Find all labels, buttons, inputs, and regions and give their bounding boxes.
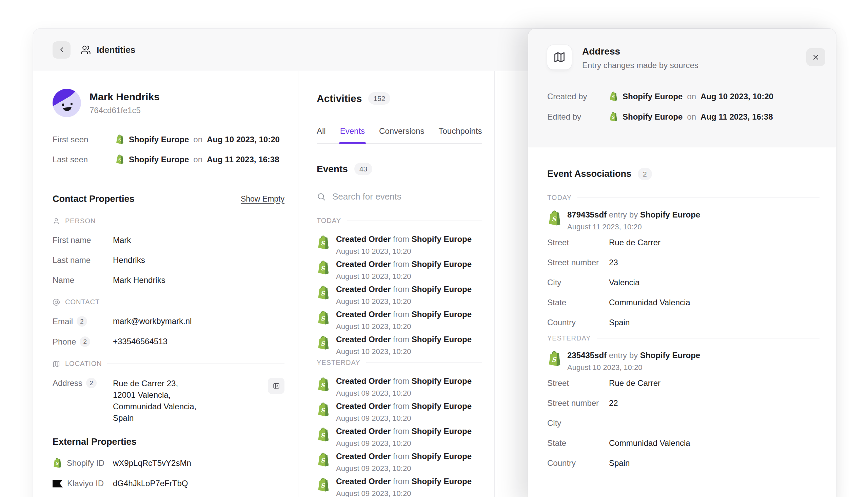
seen-rows: First seen Shopify Europe on Aug 10 2023… xyxy=(53,134,285,165)
first-seen-date: Aug 10 2023, 10:20 xyxy=(207,134,280,145)
close-icon xyxy=(812,53,820,61)
event-row[interactable]: Created Order from Shopify Europe August… xyxy=(317,376,482,398)
assoc-field-street: Street Rue de Carrer xyxy=(547,378,819,388)
shopify-icon xyxy=(317,377,330,392)
last-seen-connector: on xyxy=(193,155,203,165)
show-empty-button[interactable]: Show Empty xyxy=(241,195,285,203)
meta-connector: on xyxy=(687,91,696,102)
assoc-entry-date: August 11 2023, 10:20 xyxy=(567,223,700,231)
first-seen-source: Shopify Europe xyxy=(129,134,189,145)
event-row[interactable]: Created Order from Shopify Europe August… xyxy=(317,309,482,331)
shopify-icon xyxy=(317,260,330,275)
count-badge: 2 xyxy=(80,337,90,347)
field-label: Name xyxy=(53,275,74,285)
event-row[interactable]: Created Order from Shopify Europe August… xyxy=(317,401,482,423)
activities-column: Activities 152 All Events Conversions To… xyxy=(298,71,495,497)
back-button[interactable] xyxy=(53,41,70,59)
event-row[interactable]: Created Order from Shopify Europe August… xyxy=(317,451,482,473)
profile-head: Mark Hendriks 764cd61fe1c5 xyxy=(53,89,285,117)
contact-properties-title: Contact Properties xyxy=(53,194,135,204)
meta-date: Aug 10 2023, 10:20 xyxy=(701,91,773,102)
map-tile xyxy=(547,45,571,69)
date-divider-yesterday: YESTERDAY xyxy=(317,359,482,367)
assoc-entry-connector: entry by xyxy=(609,210,638,219)
first-seen-connector: on xyxy=(193,134,203,145)
event-row[interactable]: Created Order from Shopify Europe August… xyxy=(317,259,482,281)
close-panel-button[interactable] xyxy=(806,48,825,66)
shopify-icon xyxy=(115,154,124,165)
assoc-divider-yesterday: YESTERDAY xyxy=(547,335,819,342)
event-date: August 10 2023, 10:20 xyxy=(336,347,472,356)
activities-title: Activities xyxy=(317,93,362,104)
last-seen-row: Last seen Shopify Europe on Aug 11 2023,… xyxy=(53,154,285,165)
created-by-row: Created by Shopify Europe on Aug 10 2023… xyxy=(547,91,819,102)
shopify-icon xyxy=(317,477,330,493)
count-badge: 2 xyxy=(86,378,97,388)
event-row[interactable]: Created Order from Shopify Europe August… xyxy=(317,426,482,448)
events-count-badge: 43 xyxy=(354,162,372,175)
event-row[interactable]: Created Order from Shopify Europe August… xyxy=(317,335,482,356)
meta-source: Shopify Europe xyxy=(622,91,683,102)
section-person: PERSON xyxy=(53,217,285,225)
ext-row-klaviyo: Klaviyo ID dG4hJkLoP7eFrTbQ xyxy=(53,478,285,488)
section-location: LOCATION xyxy=(53,360,285,368)
field-value: Mark Hendriks xyxy=(113,275,165,285)
field-label: First name xyxy=(53,235,91,245)
search-input[interactable] xyxy=(332,191,461,202)
open-address-panel-button[interactable] xyxy=(268,378,285,394)
profile-name: Mark Hendriks xyxy=(89,91,160,103)
shopify-icon xyxy=(547,350,562,367)
event-row[interactable]: Created Order from Shopify Europe August… xyxy=(317,234,482,256)
field-label: Email xyxy=(53,316,73,327)
divider xyxy=(105,302,285,302)
shopify-icon xyxy=(115,134,124,145)
assoc-divider-today: TODAY xyxy=(547,194,819,202)
ext-row-shopify: Shopify ID wX9pLqRcT5vY2sMn xyxy=(53,457,285,469)
shopify-icon xyxy=(547,210,562,227)
assoc-entry-id: 879435sdf xyxy=(567,210,607,219)
event-row[interactable]: Created Order from Shopify Europe August… xyxy=(317,284,482,306)
assoc-entry-source: Shopify Europe xyxy=(640,210,700,219)
events-title: Events xyxy=(317,164,348,174)
address-panel-body: Event Associations 2 TODAY 879435sdf ent… xyxy=(528,147,836,468)
address-panel-header: Address Entry changes made by sources Cr… xyxy=(528,29,836,147)
section-person-label: PERSON xyxy=(65,217,96,225)
assoc-entry-connector: entry by xyxy=(609,351,638,360)
page-title: Identities xyxy=(97,45,135,55)
assoc-field-city: City Valencia xyxy=(547,278,819,288)
assoc-entry-id: 235435sdf xyxy=(567,351,607,360)
shopify-icon xyxy=(53,457,63,469)
shopify-icon xyxy=(317,310,330,326)
date-divider-today: TODAY xyxy=(317,217,482,225)
search-icon xyxy=(317,192,326,201)
assoc-field-country: Country Spain xyxy=(547,458,819,468)
event-date: August 09 2023, 10:20 xyxy=(336,414,472,423)
section-location-label: LOCATION xyxy=(65,360,102,368)
shopify-icon xyxy=(609,91,618,102)
event-date: August 09 2023, 10:20 xyxy=(336,464,472,473)
assoc-field-city: City xyxy=(547,418,819,428)
side-panel-icon xyxy=(273,382,280,389)
field-last-name: Last name Hendriks xyxy=(53,255,285,265)
address-panel: Address Entry changes made by sources Cr… xyxy=(528,29,836,497)
event-date: August 10 2023, 10:20 xyxy=(336,297,472,306)
tab-touchpoints[interactable]: Touchpoints xyxy=(438,126,482,143)
map-icon xyxy=(53,360,60,368)
tab-all[interactable]: All xyxy=(317,126,326,143)
person-icon xyxy=(53,217,60,225)
event-associations-count-badge: 2 xyxy=(638,168,652,180)
assoc-field-state: State Communidad Valencia xyxy=(547,438,819,448)
edited-by-row: Edited by Shopify Europe on Aug 11 2023,… xyxy=(547,112,819,122)
field-value: Hendriks xyxy=(113,255,145,265)
event-date: August 09 2023, 10:20 xyxy=(336,489,472,497)
event-associations-title: Event Associations xyxy=(547,169,631,179)
assoc-field-street-number: Street number 22 xyxy=(547,398,819,408)
chevron-left-icon xyxy=(58,46,66,54)
shopify-icon xyxy=(609,112,618,122)
tab-conversions[interactable]: Conversions xyxy=(379,126,424,143)
identities-page: Identities xyxy=(0,0,868,497)
profile-id: 764cd61fe1c5 xyxy=(89,106,160,115)
panel-subtitle: Entry changes made by sources xyxy=(582,61,699,70)
event-row[interactable]: Created Order from Shopify Europe August… xyxy=(317,476,482,497)
tab-events[interactable]: Events xyxy=(340,126,365,143)
